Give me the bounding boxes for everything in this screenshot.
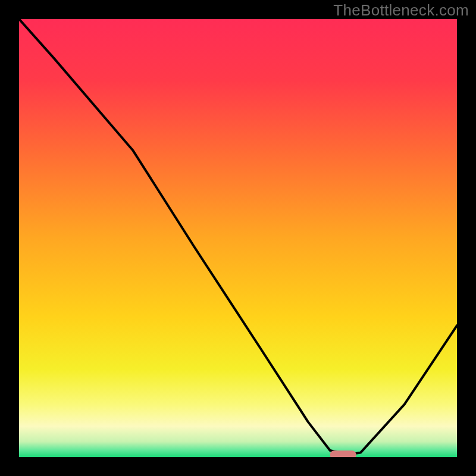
chart-canvas: [0, 0, 476, 476]
optimal-marker: [330, 450, 356, 459]
chart-frame: TheBottleneck.com: [0, 0, 476, 476]
plot-background: [19, 19, 457, 457]
